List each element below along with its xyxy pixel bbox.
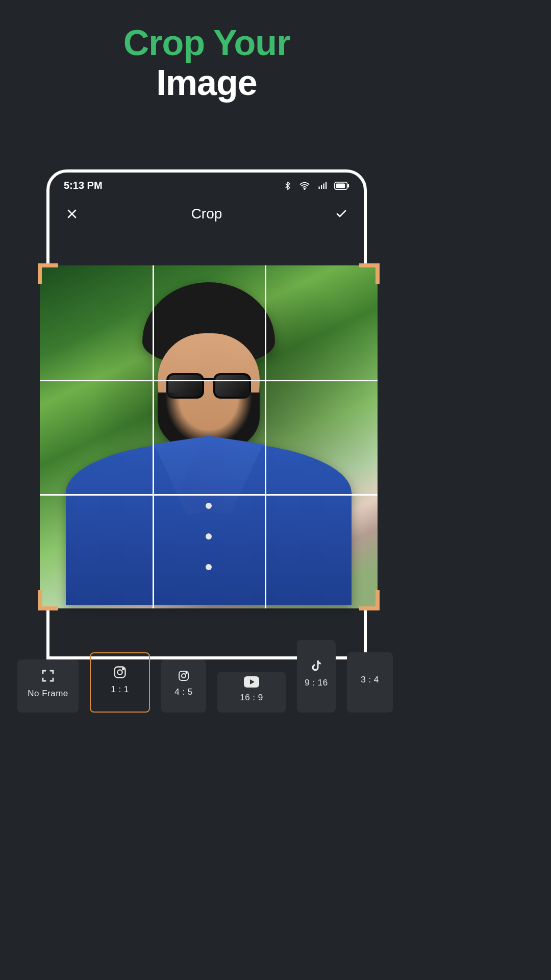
crop-handle-tr[interactable] [359,263,380,284]
editor-header: Crop [49,195,364,234]
ratio-label: 3 : 4 [361,675,379,685]
close-icon [66,208,78,220]
svg-point-13 [186,672,187,673]
ratio-9-16[interactable]: 9 : 16 [297,640,336,713]
ratio-4-5[interactable]: 4 : 5 [161,659,206,713]
wifi-icon [298,181,311,191]
editor-title: Crop [191,206,222,222]
svg-point-0 [304,188,305,189]
ratio-no-frame[interactable]: No Frame [17,659,79,713]
svg-point-9 [117,670,122,674]
crop-canvas[interactable] [40,265,378,608]
ratio-label: 9 : 16 [305,678,328,688]
svg-point-12 [182,674,186,678]
aspect-ratio-bar: No Frame 1 : 1 4 : 5 16 : 9 9 : 16 3 : 4 [0,628,413,735]
status-time: 5:13 PM [64,180,103,191]
ratio-label: No Frame [28,689,68,699]
ratio-label: 16 : 9 [240,693,263,703]
ratio-3-4[interactable]: 3 : 4 [347,652,393,713]
promo-title: Crop Your Image [0,0,413,102]
signal-icon [317,181,328,190]
svg-point-10 [122,668,124,670]
instagram-icon [113,665,127,679]
promo-title-line1: Crop Your [0,24,413,62]
svg-rect-6 [347,184,349,187]
svg-rect-4 [325,182,327,189]
fullscreen-icon [40,668,56,683]
svg-rect-1 [319,186,320,189]
youtube-icon [244,676,259,688]
ratio-label: 1 : 1 [111,684,129,695]
close-button[interactable] [64,206,80,222]
svg-rect-3 [323,183,324,189]
ratio-1-1[interactable]: 1 : 1 [90,652,150,713]
status-bar: 5:13 PM [49,173,364,195]
svg-rect-2 [321,185,322,189]
ratio-16-9[interactable]: 16 : 9 [217,672,286,713]
battery-icon [334,181,349,190]
crop-handle-br[interactable] [359,590,380,610]
crop-handle-tl[interactable] [38,263,58,284]
ratio-label: 4 : 5 [174,687,193,697]
rule-of-thirds-grid [40,265,378,608]
check-icon [334,208,348,220]
promo-title-line2: Image [0,64,413,102]
crop-handle-bl[interactable] [38,590,58,610]
confirm-button[interactable] [333,206,349,222]
instagram-icon [178,670,190,682]
bluetooth-icon [283,180,292,191]
tiktok-icon [311,659,322,673]
svg-rect-7 [336,183,345,188]
